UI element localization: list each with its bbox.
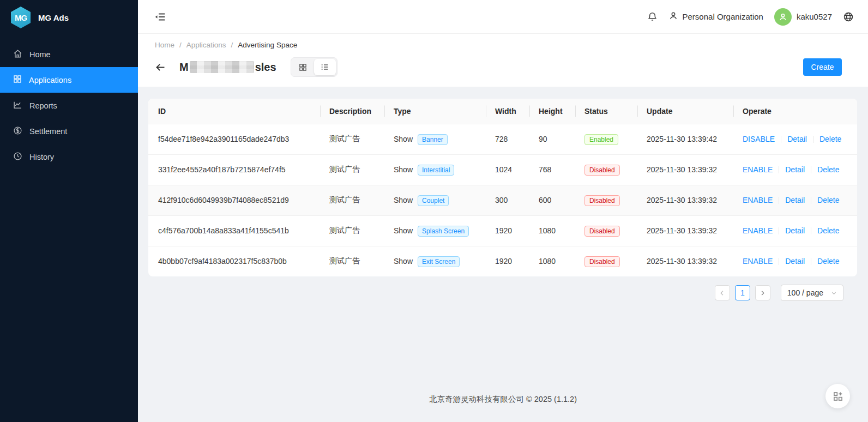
detail-link[interactable]: Detail: [785, 196, 805, 204]
history-icon: [13, 152, 22, 162]
home-icon: [13, 49, 22, 60]
organization-switcher[interactable]: Personal Organization: [668, 11, 763, 22]
delete-link[interactable]: Delete: [817, 226, 839, 235]
organization-name: Personal Organization: [683, 12, 763, 21]
cell-description: 测试广告: [321, 215, 385, 246]
detail-link[interactable]: Detail: [785, 165, 805, 174]
sidebar-item-reports[interactable]: Reports: [0, 93, 138, 118]
sidebar-item-label: Reports: [29, 101, 57, 110]
sidebar-item-label: Applications: [29, 76, 71, 85]
cell-type: ShowExit Screen: [385, 246, 486, 276]
cell-type: ShowCouplet: [385, 185, 486, 215]
type-badge: Exit Screen: [418, 256, 460, 267]
cell-operate: ENABLEDetailDelete: [734, 154, 857, 185]
sidebar-menu: Home Applications Reports Settlement His…: [0, 41, 138, 170]
delete-link[interactable]: Delete: [819, 135, 841, 143]
notification-bell-icon[interactable]: [647, 11, 658, 22]
grid-view-icon[interactable]: [292, 59, 314, 75]
sidebar-item-settlement[interactable]: Settlement: [0, 118, 138, 144]
view-toggle: [291, 57, 337, 77]
app-window: MG MG Ads Home Applications Reports Sett…: [0, 0, 868, 422]
page-title-suffix: sles: [255, 61, 276, 74]
table-row[interactable]: 4b0bb07cf9af4183a002317f5c837b0b 测试广告 Sh…: [148, 246, 857, 276]
ad-space-table: ID Description Type Width Height Status …: [148, 99, 857, 276]
pagination: 1 100 / page: [148, 285, 843, 301]
next-page-button[interactable]: [755, 285, 770, 300]
cell-description: 测试广告: [321, 246, 385, 276]
cell-type: ShowSplash Screen: [385, 215, 486, 246]
table-row[interactable]: f54dee71f8e942a3901165dade247db3 测试广告 Sh…: [148, 124, 857, 154]
widget-launcher-button[interactable]: [825, 384, 850, 408]
action-divider: [811, 227, 811, 234]
breadcrumb-home[interactable]: Home: [155, 41, 174, 49]
column-header-width: Width: [486, 99, 530, 124]
breadcrumb-applications[interactable]: Applications: [186, 41, 226, 49]
breadcrumb: Home / Applications / Advertising Space: [155, 41, 842, 49]
action-divider: [779, 258, 779, 265]
collapse-sidebar-icon[interactable]: [154, 11, 166, 23]
cell-id: 4b0bb07cf9af4183a002317f5c837b0b: [148, 246, 321, 276]
avatar: [774, 8, 792, 26]
cell-id: c4f576a700b14a8a833a41f4155c541b: [148, 215, 321, 246]
action-divider: [779, 197, 779, 204]
cell-update: 2025-11-30 13:39:32: [638, 215, 734, 246]
delete-link[interactable]: Delete: [817, 165, 839, 174]
create-button[interactable]: Create: [803, 58, 842, 76]
delete-link[interactable]: Delete: [817, 196, 839, 204]
sidebar-item-label: Home: [29, 50, 51, 59]
action-divider: [811, 197, 811, 204]
action-divider: [779, 227, 779, 234]
type-text: Show: [394, 196, 413, 204]
user-menu[interactable]: kaku0527: [774, 8, 832, 26]
detail-link[interactable]: Detail: [785, 226, 805, 235]
column-header-type: Type: [385, 99, 486, 124]
logo-row: MG MG Ads: [0, 0, 138, 35]
status-badge: Disabled: [584, 256, 620, 267]
column-header-operate: Operate: [734, 99, 857, 124]
page-number-button[interactable]: 1: [735, 285, 750, 300]
toggle-status-link[interactable]: ENABLE: [743, 257, 773, 266]
list-view-icon[interactable]: [314, 59, 336, 75]
cell-update: 2025-11-30 13:39:32: [638, 246, 734, 276]
back-arrow-icon[interactable]: [155, 62, 166, 73]
cell-update: 2025-11-30 13:39:32: [638, 185, 734, 215]
toggle-status-link[interactable]: DISABLE: [743, 135, 775, 143]
sidebar-item-home[interactable]: Home: [0, 41, 138, 67]
delete-link[interactable]: Delete: [817, 257, 839, 266]
cell-operate: ENABLEDetailDelete: [734, 246, 857, 276]
cell-width: 1024: [486, 154, 530, 185]
cell-type: ShowInterstitial: [385, 154, 486, 185]
cell-height: 600: [530, 185, 576, 215]
table-row[interactable]: 412f910c6d6049939b7f4088ec8521d9 测试广告 Sh…: [148, 185, 857, 215]
subheader: Home / Applications / Advertising Space …: [138, 34, 868, 87]
apps-plus-icon: [833, 391, 843, 402]
table-row[interactable]: c4f576a700b14a8a833a41f4155c541b 测试广告 Sh…: [148, 215, 857, 246]
page-size-select[interactable]: 100 / page: [781, 285, 843, 301]
sidebar-item-label: Settlement: [29, 127, 67, 136]
sidebar: MG MG Ads Home Applications Reports Sett…: [0, 0, 138, 422]
toggle-status-link[interactable]: ENABLE: [743, 226, 773, 235]
cell-id: f54dee71f8e942a3901165dade247db3: [148, 124, 321, 154]
detail-link[interactable]: Detail: [787, 135, 807, 143]
language-globe-icon[interactable]: [843, 11, 854, 22]
mg-logo: MG: [11, 7, 31, 28]
table-row[interactable]: 331f2ee4552a40f187b7215874ef74f5 测试广告 Sh…: [148, 154, 857, 185]
page-title: M sles: [179, 61, 276, 74]
sidebar-item-history[interactable]: History: [0, 144, 138, 170]
sidebar-item-applications[interactable]: Applications: [0, 67, 138, 93]
cell-operate: ENABLEDetailDelete: [734, 215, 857, 246]
cell-width: 728: [486, 124, 530, 154]
type-badge: Interstitial: [418, 165, 454, 176]
username: kaku0527: [797, 12, 832, 21]
detail-link[interactable]: Detail: [785, 257, 805, 266]
topbar-right: Personal Organization kaku0527: [647, 8, 854, 26]
type-text: Show: [394, 257, 413, 266]
toggle-status-link[interactable]: ENABLE: [743, 165, 773, 174]
cell-description: 测试广告: [321, 154, 385, 185]
status-badge: Disabled: [584, 165, 620, 176]
cell-update: 2025-11-30 13:39:42: [638, 124, 734, 154]
prev-page-button[interactable]: [715, 285, 730, 300]
toggle-status-link[interactable]: ENABLE: [743, 196, 773, 204]
cell-description: 测试广告: [321, 124, 385, 154]
cell-width: 1920: [486, 246, 530, 276]
